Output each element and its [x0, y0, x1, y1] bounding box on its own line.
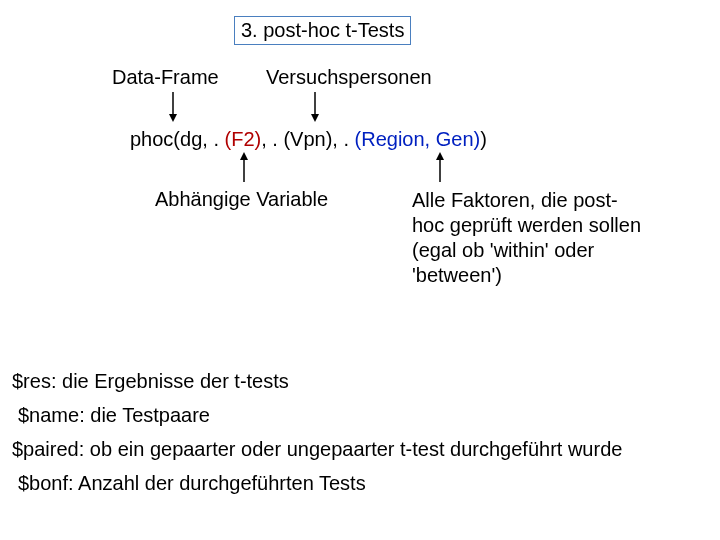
result-bonf: $bonf: Anzahl der durchgeführten Tests: [18, 472, 366, 495]
result-paired: $paired: ob ein gepaarter oder ungepaart…: [12, 438, 622, 461]
label-dataframe: Data-Frame: [112, 66, 219, 89]
code-part: , .: [261, 128, 283, 150]
arrow-down-icon: [310, 92, 320, 122]
svg-marker-3: [311, 114, 319, 122]
label-versuchspersonen: Versuchspersonen: [266, 66, 432, 89]
result-name: $name: die Testpaare: [18, 404, 210, 427]
section-title: 3. post-hoc t-Tests: [241, 19, 404, 41]
svg-marker-7: [436, 152, 444, 160]
arrow-up-icon: [435, 152, 445, 182]
annot-dependent: Abhängige Variable: [155, 188, 328, 211]
code-f2: (F2): [225, 128, 262, 150]
arrow-up-icon: [239, 152, 249, 182]
arrow-down-icon: [168, 92, 178, 122]
code-part: phoc(dg, .: [130, 128, 225, 150]
svg-marker-5: [240, 152, 248, 160]
code-region-gen: (Region, Gen): [355, 128, 481, 150]
code-vpn: (Vpn): [283, 128, 332, 150]
result-res: $res: die Ergebnisse der t-tests: [12, 370, 289, 393]
code-part: ): [480, 128, 487, 150]
section-title-box: 3. post-hoc t-Tests: [234, 16, 411, 45]
annot-factors: Alle Faktoren, die post-hoc geprüft werd…: [412, 188, 642, 288]
code-line: phoc(dg, . (F2), . (Vpn), . (Region, Gen…: [130, 128, 487, 151]
svg-marker-1: [169, 114, 177, 122]
code-part: , .: [332, 128, 354, 150]
